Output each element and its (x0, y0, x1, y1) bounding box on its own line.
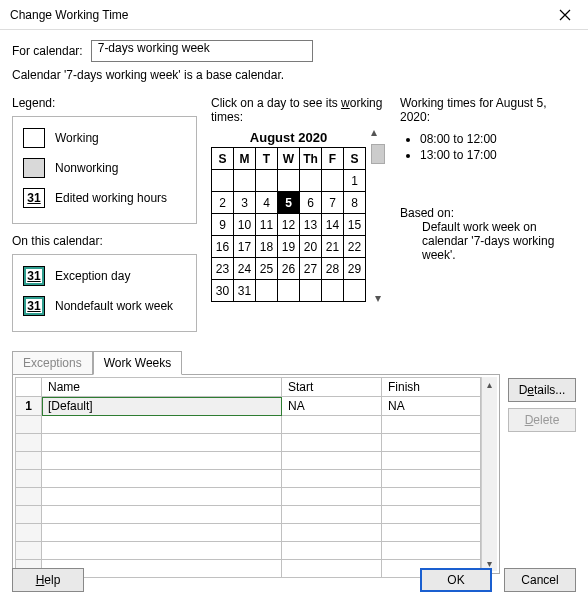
grid-row-number[interactable] (16, 416, 42, 434)
grid-cell-name[interactable] (42, 524, 282, 542)
calendar-day[interactable]: 27 (300, 258, 322, 280)
calendar-dow: F (322, 148, 344, 170)
grid-cell-name[interactable] (42, 452, 282, 470)
grid-cell-start[interactable]: NA (282, 397, 382, 416)
calendar-day[interactable]: 12 (278, 214, 300, 236)
calendar-day[interactable]: 22 (344, 236, 366, 258)
calendar-day[interactable]: 15 (344, 214, 366, 236)
calendar-day[interactable]: 26 (278, 258, 300, 280)
grid-cell-finish[interactable] (382, 506, 481, 524)
grid-scrollbar[interactable]: ▴ ▾ (481, 377, 497, 571)
calendar-day (256, 280, 278, 302)
work-weeks-grid[interactable]: NameStartFinish1[Default]NANA (15, 377, 481, 578)
grid-header-finish[interactable]: Finish (382, 378, 481, 397)
grid-cell-start[interactable] (282, 488, 382, 506)
calendar-day[interactable]: 1 (344, 170, 366, 192)
grid-cell-name[interactable] (42, 416, 282, 434)
grid-row-number[interactable] (16, 470, 42, 488)
grid-row-number[interactable] (16, 452, 42, 470)
grid-cell-finish[interactable] (382, 434, 481, 452)
calendar-day[interactable]: 13 (300, 214, 322, 236)
grid-cell-start[interactable] (282, 434, 382, 452)
cancel-button[interactable]: Cancel (504, 568, 576, 592)
calendar-day[interactable]: 17 (234, 236, 256, 258)
grid-cell-start[interactable] (282, 542, 382, 560)
working-time-slot: 08:00 to 12:00 (420, 132, 576, 146)
calendar-day[interactable]: 8 (344, 192, 366, 214)
grid-row-number[interactable] (16, 524, 42, 542)
legend-working: Working (55, 131, 99, 145)
grid-cell-name[interactable] (42, 434, 282, 452)
calendar-day[interactable]: 14 (322, 214, 344, 236)
calendar-day[interactable]: 19 (278, 236, 300, 258)
calendar-day[interactable]: 11 (256, 214, 278, 236)
calendar-dow: M (234, 148, 256, 170)
help-button[interactable]: Help (12, 568, 84, 592)
calendar-scrollbar[interactable]: ▴ ▾ (370, 126, 386, 304)
grid-cell-finish[interactable] (382, 452, 481, 470)
grid-cell-finish[interactable] (382, 524, 481, 542)
grid-cell-start[interactable] (282, 470, 382, 488)
calendar-day[interactable]: 24 (234, 258, 256, 280)
grid-header-name[interactable]: Name (42, 378, 282, 397)
tab-work-weeks[interactable]: Work Weeks (93, 351, 183, 375)
grid-cell-finish[interactable] (382, 542, 481, 560)
grid-row-number[interactable]: 1 (16, 397, 42, 416)
calendar-select[interactable]: 7-days working week (91, 40, 313, 62)
calendar-day[interactable]: 20 (300, 236, 322, 258)
calendar-select-value: 7-days working week (98, 41, 210, 55)
legend-swatch-exception: 31 (23, 266, 45, 286)
grid-cell-name[interactable] (42, 470, 282, 488)
grid-row-number[interactable] (16, 542, 42, 560)
grid-header-start[interactable]: Start (282, 378, 382, 397)
calendar-day (300, 170, 322, 192)
legend-box-2: 31 Exception day 31 Nondefault work week (12, 254, 197, 332)
grid-cell-name[interactable] (42, 506, 282, 524)
calendar-dow: S (344, 148, 366, 170)
calendar-day (256, 170, 278, 192)
close-button[interactable] (542, 0, 588, 30)
calendar-day[interactable]: 7 (322, 192, 344, 214)
grid-cell-finish[interactable] (382, 488, 481, 506)
legend-box: Working Nonworking 31 Edited working hou… (12, 116, 197, 224)
calendar-day[interactable]: 30 (212, 280, 234, 302)
grid-cell-start[interactable] (282, 452, 382, 470)
tab-exceptions[interactable]: Exceptions (12, 351, 93, 375)
grid-cell-start[interactable] (282, 506, 382, 524)
calendar-day[interactable]: 31 (234, 280, 256, 302)
grid-cell-name[interactable]: [Default] (42, 397, 282, 416)
calendar-day[interactable]: 21 (322, 236, 344, 258)
ok-button[interactable]: OK (420, 568, 492, 592)
grid-row-number[interactable] (16, 434, 42, 452)
details-button[interactable]: Details... (508, 378, 576, 402)
title-bar: Change Working Time (0, 0, 588, 30)
calendar-day[interactable]: 10 (234, 214, 256, 236)
grid-cell-finish[interactable]: NA (382, 397, 481, 416)
grid-cell-name[interactable] (42, 542, 282, 560)
calendar-day[interactable]: 18 (256, 236, 278, 258)
grid-row-number[interactable] (16, 488, 42, 506)
calendar-day (278, 280, 300, 302)
calendar-day[interactable]: 9 (212, 214, 234, 236)
grid-cell-start[interactable] (282, 416, 382, 434)
grid-cell-start[interactable] (282, 524, 382, 542)
calendar-day[interactable]: 16 (212, 236, 234, 258)
calendar-day[interactable]: 2 (212, 192, 234, 214)
calendar-day[interactable]: 28 (322, 258, 344, 280)
legend-swatch-edited: 31 (23, 188, 45, 208)
calendar-grid[interactable]: SMTWThFS12345678910111213141516171819202… (211, 147, 366, 302)
calendar-day[interactable]: 25 (256, 258, 278, 280)
grid-cell-name[interactable] (42, 488, 282, 506)
grid-row-number[interactable] (16, 506, 42, 524)
calendar-day[interactable]: 5 (278, 192, 300, 214)
calendar-dow: Th (300, 148, 322, 170)
calendar-day[interactable]: 4 (256, 192, 278, 214)
legend-swatch-working (23, 128, 45, 148)
calendar-day[interactable]: 23 (212, 258, 234, 280)
calendar-day[interactable]: 29 (344, 258, 366, 280)
working-times-list: 08:00 to 12:00 13:00 to 17:00 (420, 132, 576, 162)
calendar-day[interactable]: 3 (234, 192, 256, 214)
calendar-day[interactable]: 6 (300, 192, 322, 214)
grid-cell-finish[interactable] (382, 470, 481, 488)
grid-cell-finish[interactable] (382, 416, 481, 434)
